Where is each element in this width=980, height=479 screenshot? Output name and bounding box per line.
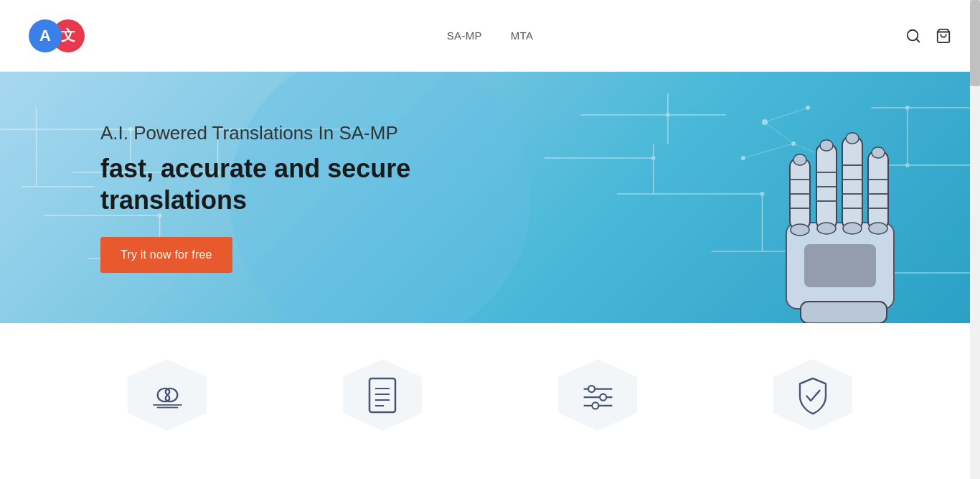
logo[interactable]: A 文 (29, 19, 85, 52)
feature-icon-security-wrap (773, 359, 852, 431)
svg-rect-46 (793, 154, 806, 165)
svg-rect-51 (820, 140, 833, 151)
cta-button[interactable]: Try it now for free (100, 237, 232, 273)
robot-hand (765, 108, 923, 323)
header: A 文 SA-MP MTA (0, 0, 980, 72)
hero-banner: A.I. Powered Translations In SA-MP fast,… (0, 72, 980, 323)
hero-content: A.I. Powered Translations In SA-MP fast,… (0, 122, 502, 272)
svg-rect-71 (801, 302, 887, 323)
scrollbar[interactable] (970, 0, 980, 452)
feature-icon-settings-wrap (558, 359, 637, 431)
svg-line-1 (916, 39, 919, 42)
scrollbar-thumb[interactable] (970, 0, 980, 86)
logo-circle-a: A (29, 19, 62, 52)
svg-rect-74 (369, 378, 395, 412)
feature-document (275, 359, 490, 431)
main-nav: SA-MP MTA (447, 29, 533, 42)
hero-subtitle: A.I. Powered Translations In SA-MP (100, 122, 502, 144)
svg-point-66 (791, 224, 809, 236)
feature-security (705, 359, 920, 431)
svg-rect-56 (846, 133, 859, 144)
nav-item-mta[interactable]: MTA (511, 29, 533, 42)
sliders-icon (578, 379, 618, 411)
header-icons (905, 28, 951, 44)
cart-icon[interactable] (936, 28, 951, 44)
svg-point-67 (817, 223, 836, 234)
svg-rect-61 (868, 151, 888, 230)
nav-item-samp[interactable]: SA-MP (447, 29, 482, 42)
svg-point-80 (588, 386, 595, 392)
svg-point-82 (600, 394, 606, 400)
infinity-icon (148, 379, 187, 411)
document-icon (365, 376, 400, 415)
feature-unlimited (60, 359, 275, 431)
feature-icon-unlimited-wrap (128, 359, 207, 431)
svg-point-69 (869, 223, 887, 234)
search-icon[interactable] (905, 28, 921, 44)
svg-rect-62 (872, 147, 885, 158)
features-section (0, 323, 980, 452)
feature-settings (490, 359, 705, 431)
svg-point-68 (843, 223, 862, 234)
svg-point-84 (592, 402, 598, 409)
svg-rect-55 (842, 136, 862, 230)
hero-title: fast, accurate and secure translations (100, 153, 502, 215)
svg-rect-70 (804, 244, 876, 287)
feature-icon-document-wrap (343, 359, 422, 431)
shield-check-icon (795, 376, 831, 415)
